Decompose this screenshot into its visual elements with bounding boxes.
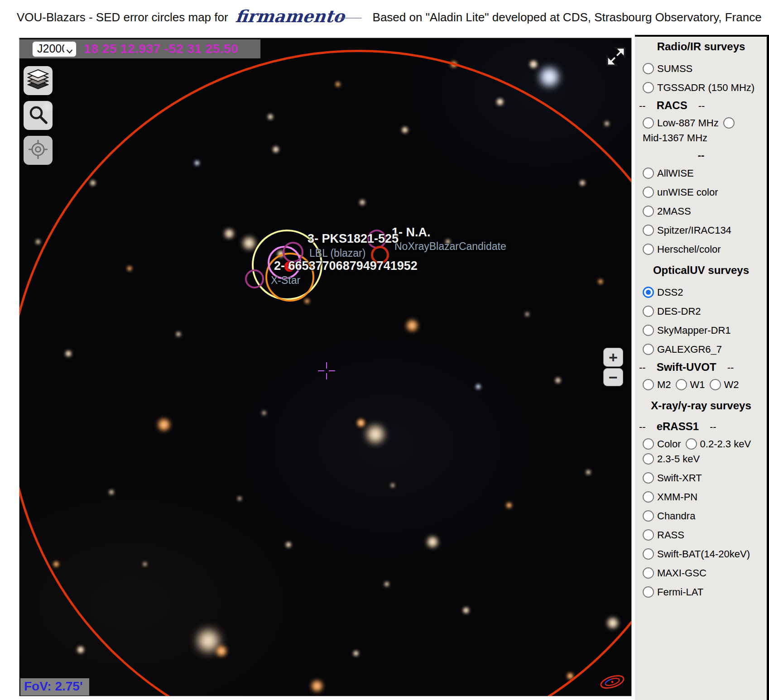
section-title-opticaluv-surveys: OpticalUV surveys — [638, 264, 764, 277]
option-row: Swift‑BAT(14‑20keV) — [643, 547, 764, 561]
option-label: Mid‑1367 MHz — [643, 132, 707, 144]
unwise-color-radio[interactable] — [643, 187, 654, 198]
fullscreen-button[interactable] — [605, 45, 627, 68]
option-herschel-color[interactable]: Herschel/color — [643, 244, 721, 255]
option-des-dr2[interactable]: DES‑DR2 — [643, 306, 701, 317]
option-label: TGSSADR (150 MHz) — [657, 82, 755, 93]
radio-selected-dot — [646, 290, 651, 295]
option-dss2[interactable]: DSS2 — [643, 287, 683, 298]
star-blob — [538, 66, 560, 88]
option-row: Fermi‑LAT — [643, 585, 764, 599]
herschel-color-radio[interactable] — [643, 244, 654, 255]
allwise-radio[interactable] — [643, 168, 654, 179]
option-label: 2.3‑5 keV — [657, 453, 700, 465]
option-w1[interactable]: W1 — [676, 379, 705, 390]
attribution-text: Based on "Aladin Lite" developed at CDS,… — [373, 10, 762, 24]
option-allwise[interactable]: AllWISE — [643, 168, 694, 179]
des-dr2-radio[interactable] — [643, 306, 654, 317]
zoom-in-button[interactable]: + — [603, 348, 623, 367]
section-title-radio-ir-surveys: Radio/IR surveys — [638, 40, 764, 53]
target-icon — [28, 139, 48, 162]
search-icon — [28, 104, 48, 127]
source-3-id-label: 3- PKS1821-525 — [308, 232, 399, 246]
option-row: SkyMapper‑DR1 — [643, 323, 764, 338]
option-label: Low‑887 MHz — [657, 117, 719, 129]
option-unwise-color[interactable]: unWISE color — [643, 187, 718, 198]
coordinate-frame-select[interactable]: J2000 — [32, 41, 77, 57]
skymapper-dr1-radio[interactable] — [643, 325, 654, 336]
chandra-radio[interactable] — [643, 510, 654, 522]
layers-button[interactable] — [24, 66, 53, 95]
option-label: 0.2‑2.3 keV — [700, 438, 751, 450]
0-2-2-3-kev-radio[interactable] — [686, 438, 697, 450]
option-tgssadr-150-mhz[interactable]: TGSSADR (150 MHz) — [643, 82, 755, 93]
option-row: DSS2 — [643, 285, 764, 300]
search-button[interactable] — [24, 101, 53, 130]
option-swift-bat-14-20kev[interactable]: Swift‑BAT(14‑20keV) — [643, 548, 750, 560]
2mass-radio[interactable] — [643, 206, 654, 217]
option-row: unWISE color — [643, 185, 764, 200]
option-0-2-2-3-kev[interactable]: 0.2‑2.3 keV — [686, 438, 751, 450]
option-spitzer-irac134[interactable]: Spitzer/IRAC134 — [643, 225, 731, 236]
dss2-radio[interactable] — [643, 287, 654, 298]
galexgr6-7-radio[interactable] — [643, 344, 654, 355]
option-row: Color0.2‑2.3 keV2.3‑5 keV — [643, 436, 764, 466]
divider-racs: --RACS-- — [639, 99, 764, 112]
option-label: DES‑DR2 — [657, 306, 701, 317]
sumss-radio[interactable] — [643, 63, 654, 74]
option-fermi-lat[interactable]: Fermi‑LAT — [643, 586, 703, 598]
spitzer-irac134-radio[interactable] — [643, 225, 654, 236]
coordinate-bar: J2000 18 25 12.937 -52 31 25.50 — [19, 39, 260, 58]
mid-1367-mhz-radio[interactable] — [723, 117, 735, 129]
option-label: DSS2 — [657, 287, 683, 298]
option-low-887-mhz[interactable]: Low‑887 MHz — [643, 117, 719, 129]
option-row: Herschel/color — [643, 242, 764, 257]
option-label: Chandra — [657, 510, 695, 522]
tgssadr-150-mhz-radio[interactable] — [643, 82, 654, 93]
option-label: W2 — [724, 379, 739, 390]
fermi-lat-radio[interactable] — [643, 586, 654, 598]
page: VOU-Blazars - SED error circles map for … — [0, 0, 769, 700]
option-label: unWISE color — [657, 187, 718, 198]
option-row: M2W1W2 — [643, 377, 764, 392]
swift-xrt-radio[interactable] — [643, 472, 654, 484]
option-sumss[interactable]: SUMSS — [643, 63, 692, 74]
w2-radio[interactable] — [710, 379, 721, 390]
option-galexgr6-7[interactable]: GALEXGR6_7 — [643, 344, 722, 355]
color-radio[interactable] — [643, 438, 654, 450]
option-label: Herschel/color — [657, 244, 721, 255]
target-button[interactable] — [24, 136, 53, 165]
survey-panel: Radio/IR surveysSUMSSTGSSADR (150 MHz)--… — [635, 35, 769, 700]
maxi-gsc-radio[interactable] — [643, 567, 654, 579]
option-label: 2MASS — [657, 206, 691, 217]
sky-map[interactable]: 1- N.A. NoXrayBlazarCandidate 3- PKS1821… — [19, 38, 631, 696]
option-m2[interactable]: M2 — [643, 379, 671, 390]
xmm-pn-radio[interactable] — [643, 491, 654, 503]
option-xmm-pn[interactable]: XMM‑PN — [643, 491, 697, 503]
swift-bat-14-20kev-radio[interactable] — [643, 548, 654, 560]
option-row: Swift‑XRT — [643, 470, 764, 485]
w1-radio[interactable] — [676, 379, 687, 390]
option-skymapper-dr1[interactable]: SkyMapper‑DR1 — [643, 325, 731, 336]
zoom-out-button[interactable]: − — [603, 368, 623, 386]
rass-radio[interactable] — [643, 529, 654, 541]
m2-radio[interactable] — [643, 379, 654, 390]
divider-erass1: --eRASS1-- — [639, 420, 764, 433]
option-2mass[interactable]: 2MASS — [643, 206, 691, 217]
option-rass[interactable]: RASS — [643, 529, 684, 541]
option-label: M2 — [657, 379, 671, 390]
star-blob — [604, 121, 610, 126]
option-chandra[interactable]: Chandra — [643, 510, 695, 522]
option-color[interactable]: Color — [643, 438, 681, 450]
option-swift-xrt[interactable]: Swift‑XRT — [643, 472, 702, 484]
layers-icon — [26, 69, 50, 92]
option-2-3-5-kev[interactable]: 2.3‑5 keV — [643, 453, 700, 465]
low-887-mhz-radio[interactable] — [643, 117, 654, 129]
option-w2[interactable]: W2 — [710, 379, 739, 390]
option-maxi-gsc[interactable]: MAXI‑GSC — [643, 567, 707, 579]
option-label: W1 — [690, 379, 705, 390]
2-3-5-kev-radio[interactable] — [643, 453, 654, 465]
option-label: Swift‑XRT — [657, 472, 702, 484]
option-row: 2MASS — [643, 204, 764, 219]
option-row: SUMSS — [643, 61, 764, 76]
